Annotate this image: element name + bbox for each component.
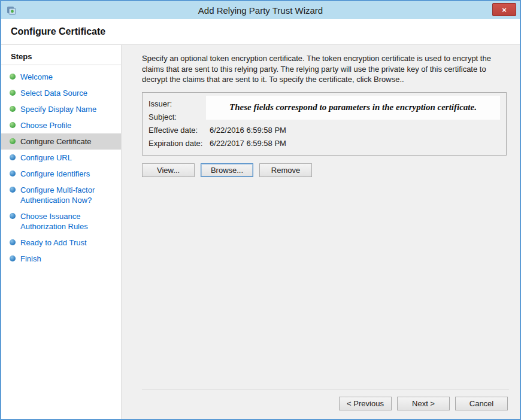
step-status-dot xyxy=(10,74,16,80)
step-status-dot xyxy=(10,187,16,193)
view-button[interactable]: View... xyxy=(142,163,195,177)
effective-date-label: Effective date: xyxy=(149,124,210,137)
step-label: Configure Certificate xyxy=(20,136,92,147)
content-description: Specify an optional token encryption cer… xyxy=(142,53,509,85)
step-status-dot xyxy=(10,122,16,128)
step-label: Specify Display Name xyxy=(20,104,96,114)
step-item-configure-certificate[interactable]: Configure Certificate xyxy=(1,133,121,150)
title-bar[interactable]: Add Relying Party Trust Wizard × xyxy=(1,1,520,19)
step-label: Select Data Source xyxy=(20,88,87,98)
page-title: Configure Certificate xyxy=(11,26,105,37)
step-item-welcome[interactable]: Welcome xyxy=(1,69,121,85)
steps-heading: Steps xyxy=(1,45,121,65)
certificate-actions: View... Browse... Remove xyxy=(142,163,509,177)
step-item-configure-identifiers[interactable]: Configure Identifiers xyxy=(1,166,121,182)
app-icon xyxy=(6,5,17,16)
page-header: Configure Certificate xyxy=(1,19,520,45)
step-status-dot xyxy=(10,239,16,245)
step-item-ready-to-add-trust[interactable]: Ready to Add Trust xyxy=(1,235,121,251)
step-item-configure-multifactor[interactable]: Configure Multi-factor Authentication No… xyxy=(1,182,121,208)
wizard-body: Steps Welcome Select Data Source Specify… xyxy=(1,45,520,419)
issuer-label: Issuer: xyxy=(149,98,210,111)
expiration-date-label: Expiration date: xyxy=(149,137,210,150)
content-pane: Specify an optional token encryption cer… xyxy=(121,45,520,419)
step-label: Configure Multi-factor Authentication No… xyxy=(20,185,116,205)
close-button[interactable]: × xyxy=(492,3,516,16)
step-label: Configure Identifiers xyxy=(20,169,90,179)
step-label: Finish xyxy=(20,254,41,264)
step-status-dot xyxy=(10,154,16,160)
steps-sidebar: Steps Welcome Select Data Source Specify… xyxy=(1,45,121,419)
browse-button[interactable]: Browse... xyxy=(201,163,253,177)
remove-button[interactable]: Remove xyxy=(259,163,312,177)
previous-button[interactable]: < Previous xyxy=(339,397,392,410)
step-status-dot xyxy=(10,255,16,261)
step-item-finish[interactable]: Finish xyxy=(1,251,121,267)
effective-date-row: Effective date: 6/22/2016 6:59:58 PM xyxy=(149,124,500,137)
step-status-dot xyxy=(10,106,16,112)
step-label: Choose Profile xyxy=(20,120,71,130)
wizard-footer: < Previous Next > Cancel xyxy=(142,389,509,419)
annotation-note: These fields correspond to parameters in… xyxy=(206,96,500,120)
effective-date-value: 6/22/2016 6:59:58 PM xyxy=(210,124,286,137)
step-item-select-data-source[interactable]: Select Data Source xyxy=(1,85,121,101)
step-status-dot xyxy=(10,171,16,176)
window-title: Add Relying Party Trust Wizard xyxy=(37,5,484,16)
expiration-date-value: 6/22/2017 6:59:58 PM xyxy=(210,137,286,150)
step-item-configure-url[interactable]: Configure URL xyxy=(1,150,121,166)
step-label: Configure URL xyxy=(20,153,72,163)
subject-label: Subject: xyxy=(149,111,210,124)
step-status-dot xyxy=(10,90,16,96)
steps-list: Welcome Select Data Source Specify Displ… xyxy=(1,69,121,267)
expiration-date-row: Expiration date: 6/22/2017 6:59:58 PM xyxy=(149,137,500,150)
step-item-choose-profile[interactable]: Choose Profile xyxy=(1,117,121,133)
step-label: Welcome xyxy=(20,72,53,82)
step-label: Choose Issuance Authorization Rules xyxy=(20,211,116,232)
step-status-dot xyxy=(10,138,16,144)
wizard-window: Add Relying Party Trust Wizard × Configu… xyxy=(0,0,521,420)
cancel-button[interactable]: Cancel xyxy=(455,397,508,410)
step-item-choose-issuance-rules[interactable]: Choose Issuance Authorization Rules xyxy=(1,208,121,235)
step-status-dot xyxy=(10,213,16,219)
step-label: Ready to Add Trust xyxy=(20,238,87,248)
next-button[interactable]: Next > xyxy=(397,397,450,410)
step-item-specify-display-name[interactable]: Specify Display Name xyxy=(1,101,121,117)
certificate-info-box: Issuer: Subject: Effective date: 6/22/20… xyxy=(142,92,507,156)
